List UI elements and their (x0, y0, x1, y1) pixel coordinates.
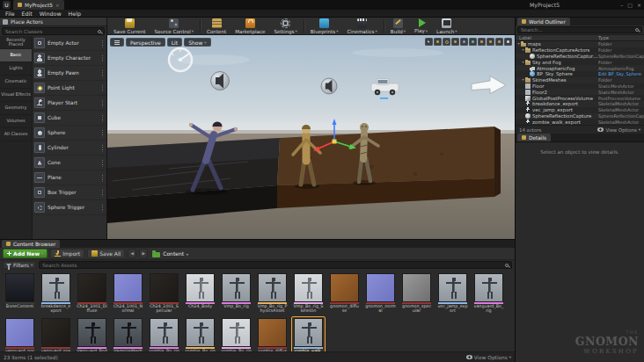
column-label[interactable]: Label (519, 35, 598, 40)
outliner-row-bp-sky-sphere[interactable]: BP_Sky_SphereEdit BP_Sky_Sphere (516, 71, 644, 77)
audio-emitter-gizmo[interactable] (321, 78, 337, 94)
place-item-box-trigger[interactable]: Box Trigger (33, 185, 106, 200)
asset-zombie-bo-rig[interactable]: zombie_Bo_rig (147, 316, 181, 351)
toolbar-button-settings[interactable]: Settings▾ (270, 18, 302, 33)
asset-vmp-bo-rig-physicsasset[interactable]: Vmp_Bo_rig_PhysicsAsset (255, 272, 289, 315)
outliner-row-sky-and-fog[interactable]: ▾Sky and FogFolder (516, 59, 644, 65)
outliner-row-maps[interactable]: ▾mapsFolder (516, 41, 644, 47)
asset-bonecontent[interactable]: BoneContent (3, 272, 37, 315)
asset-vanguard-specular[interactable]: vanguard_specular (39, 316, 73, 351)
place-item-point-light[interactable]: Point Light (33, 81, 106, 96)
toolbar-button-play[interactable]: Play▾ (410, 18, 432, 33)
place-category-basic[interactable]: Basic (0, 49, 32, 62)
asset-zombie-walk-export[interactable]: zombie_walk_export (291, 316, 326, 351)
asset-ch24-body[interactable]: Ch24_Body (183, 272, 217, 315)
asset-zombie-bo-rig-skeleton[interactable]: zombie_Bo_rig_Skeleton (219, 316, 253, 351)
search-classes-input[interactable] (5, 29, 96, 34)
place-item-empty-character[interactable]: Empty Character (33, 51, 106, 66)
viewport[interactable]: Perspective Lit Show▾ (107, 35, 515, 239)
translate-tool-icon[interactable] (434, 38, 442, 46)
asset-vmp-bo-rig[interactable]: Vmp_Bo_rig (219, 272, 253, 315)
filters-button[interactable]: Filters ▾ (3, 261, 36, 269)
perspective-button[interactable]: Perspective (126, 38, 165, 47)
outliner-view-options-button[interactable]: View Options ▾ (597, 127, 640, 133)
outliner-row-globalpostprocessvolume[interactable]: GlobalPostProcessVolumePostProcessVolume (516, 95, 644, 101)
place-category-cinematic[interactable]: Cinematic (0, 76, 32, 89)
close-button[interactable]: × (637, 2, 641, 8)
minimize-button[interactable]: – (620, 2, 623, 8)
rotate-tool-icon[interactable] (443, 38, 450, 46)
gauge-widget[interactable] (169, 48, 192, 71)
tab-close-icon[interactable]: × (55, 3, 60, 8)
asset-ch24-1001-specular[interactable]: Ch24_1001_Specular (147, 272, 181, 315)
place-item-plane[interactable]: Plane (33, 170, 106, 185)
menu-file[interactable]: File (2, 11, 18, 17)
column-type[interactable]: Type (598, 35, 644, 40)
maximize-button[interactable]: □ (627, 2, 633, 8)
asset-vec-jamp-export[interactable]: vec_jamp_export (435, 272, 470, 315)
viewport-options-button[interactable] (110, 38, 124, 47)
save-all-button[interactable]: Save All (87, 249, 125, 258)
asset-zombie-bo-rig-physicsasset[interactable]: zombie_Bo_rig_PhysicsAsset (183, 316, 217, 351)
outliner-row-spherereflectioncapture[interactable]: SphereReflectionCaptureSphereReflectionC… (516, 113, 644, 119)
place-item-cylinder[interactable]: Cylinder (33, 141, 106, 156)
scale-tool-icon[interactable] (451, 38, 459, 46)
asset-search-input[interactable] (42, 263, 503, 268)
place-item-player-start[interactable]: Player Start (33, 96, 106, 111)
asset-vampiremesh[interactable]: VampireMesh (111, 316, 145, 351)
view-options-button[interactable]: View Options ▾ (466, 355, 511, 360)
outliner-row-zombie-walk-export[interactable]: zombie_walk_exportSkeletalMeshActor (516, 119, 644, 125)
back-button[interactable]: ◀ (128, 249, 136, 258)
tab-details[interactable]: Details (517, 134, 551, 141)
surface-snap-icon[interactable] (469, 38, 477, 46)
world-space-icon[interactable] (460, 38, 468, 46)
asset-breakdance-export[interactable]: breakdance_export (39, 272, 73, 315)
outliner-row-floor2[interactable]: Floor2StaticMeshActor (516, 89, 644, 95)
camera-speed-icon[interactable] (504, 38, 512, 46)
outliner-row-breakdance-export[interactable]: breakdance_exportSkeletalMeshActor (516, 101, 644, 107)
place-item-empty-pawn[interactable]: Empty Pawn (33, 66, 106, 81)
place-category-visual-effects[interactable]: Visual Effects (0, 89, 32, 102)
asset-gnomon-normal[interactable]: gnomon_normal (363, 272, 398, 315)
outliner-row-skinedmeshes[interactable]: ▾SkinedMeshesFolder (516, 77, 644, 83)
place-item-cube[interactable]: Cube (33, 111, 106, 126)
menu-window[interactable]: Window (36, 11, 65, 17)
asset-vanguard-normal[interactable]: vanguard_normal (3, 316, 37, 351)
forward-button[interactable]: ▶ (139, 249, 148, 258)
asset-vanguard-body[interactable]: Vanguard_Body (75, 316, 109, 351)
asset-ch24-1001-normal[interactable]: Ch24_1001_Normal (111, 272, 145, 315)
toolbar-button-marketplace[interactable]: Marketplace (231, 18, 269, 33)
show-button[interactable]: Show▾ (184, 38, 210, 47)
outliner-type[interactable]: Edit BP_Sky_Sphere (598, 71, 644, 76)
toolbar-button-launch[interactable]: Launch▾ (432, 18, 462, 33)
grid-snap-icon[interactable] (478, 38, 486, 46)
place-category-geometry[interactable]: Geometry (0, 102, 32, 115)
toolbar-button-save-current[interactable]: Save Current (109, 18, 150, 33)
import-button[interactable]: Import (50, 249, 84, 258)
rotation-snap-icon[interactable] (487, 38, 494, 46)
place-item-sphere-trigger[interactable]: Sphere Trigger (33, 200, 106, 215)
outliner-row-floor[interactable]: FloorStaticMeshActor (516, 83, 644, 90)
asset-gnomon-specular[interactable]: gnomon_specular (399, 272, 434, 315)
tab-world-outliner[interactable]: World Outliner (517, 18, 570, 25)
scale-snap-icon[interactable] (495, 38, 503, 46)
place-category-all-classes[interactable]: All Classes (0, 128, 32, 141)
toolbar-button-blueprints[interactable]: Blueprints▾ (306, 18, 343, 33)
place-category-lights[interactable]: Lights (0, 62, 32, 76)
toolbar-button-content[interactable]: Content (202, 18, 231, 33)
audio-emitter-gizmo[interactable] (211, 72, 230, 90)
asset-gnomon-diffuse[interactable]: gnomon_diffuse (327, 272, 362, 315)
view-mode-button[interactable]: Lit (167, 38, 182, 47)
place-item-empty-actor[interactable]: Empty Actor (33, 36, 106, 51)
place-item-sphere[interactable]: Sphere (33, 126, 106, 141)
toolbar-button-source-control[interactable]: Source Control▾ (150, 18, 198, 33)
select-tool-icon[interactable] (425, 38, 433, 46)
asset-vmp-bo-rig-skeleton[interactable]: Vmp_Bo_rig_Skeleton (291, 272, 326, 315)
asset-vanguard-bo-rig[interactable]: vanguard_Bo_rig (472, 272, 506, 315)
menu-edit[interactable]: Edit (18, 11, 36, 17)
menu-help[interactable]: Help (65, 11, 84, 17)
tab-content-browser[interactable]: Content Browser (2, 240, 60, 248)
place-category-volumes[interactable]: Volumes (0, 115, 32, 128)
toolbar-button-build[interactable]: Build▾ (386, 18, 410, 33)
asset-zombie-diffuse[interactable]: zombie_diffuse (255, 316, 289, 351)
